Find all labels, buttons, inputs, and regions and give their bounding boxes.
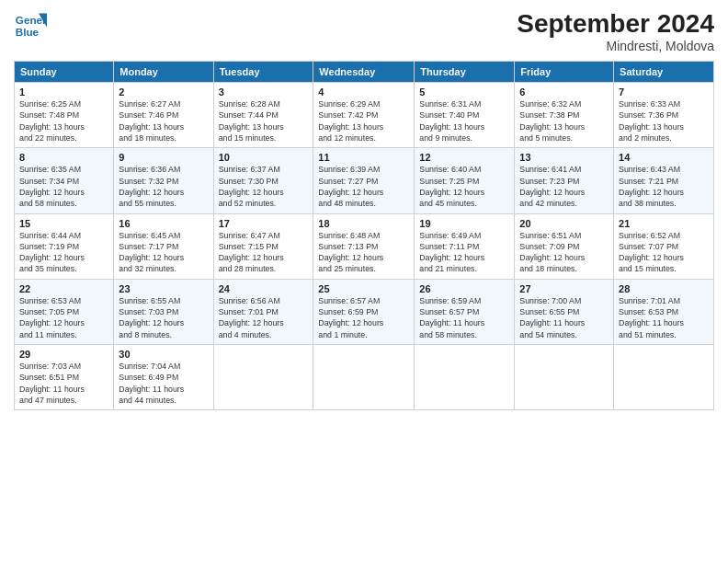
table-row: 29Sunrise: 7:03 AM Sunset: 6:51 PM Dayli…	[15, 345, 114, 410]
table-row: 8Sunrise: 6:35 AM Sunset: 7:34 PM Daylig…	[15, 148, 114, 213]
day-info: Sunrise: 6:49 AM Sunset: 7:11 PM Dayligh…	[419, 230, 509, 275]
header: General Blue September 2024 Mindresti, M…	[14, 9, 714, 53]
day-number: 23	[119, 283, 208, 294]
day-number: 29	[19, 349, 108, 360]
day-info: Sunrise: 6:48 AM Sunset: 7:13 PM Dayligh…	[318, 230, 409, 275]
table-row	[213, 345, 313, 410]
calendar-header-row: Sunday Monday Tuesday Wednesday Thursday…	[15, 62, 714, 83]
col-saturday: Saturday	[614, 62, 714, 83]
day-info: Sunrise: 6:25 AM Sunset: 7:48 PM Dayligh…	[19, 98, 108, 144]
calendar-table: Sunday Monday Tuesday Wednesday Thursday…	[14, 61, 714, 410]
table-row: 10Sunrise: 6:37 AM Sunset: 7:30 PM Dayli…	[213, 148, 313, 213]
day-info: Sunrise: 6:27 AM Sunset: 7:46 PM Dayligh…	[119, 98, 208, 144]
day-number: 19	[419, 218, 509, 229]
table-row	[515, 345, 614, 410]
day-number: 20	[519, 218, 609, 229]
day-info: Sunrise: 6:31 AM Sunset: 7:40 PM Dayligh…	[419, 98, 509, 144]
day-info: Sunrise: 6:29 AM Sunset: 7:42 PM Dayligh…	[318, 98, 409, 144]
calendar-week-5: 29Sunrise: 7:03 AM Sunset: 6:51 PM Dayli…	[15, 345, 714, 410]
day-number: 6	[519, 86, 609, 98]
table-row: 27Sunrise: 7:00 AM Sunset: 6:55 PM Dayli…	[515, 279, 614, 344]
page-title: September 2024	[517, 9, 714, 39]
day-info: Sunrise: 6:28 AM Sunset: 7:44 PM Dayligh…	[219, 98, 309, 144]
day-number: 22	[19, 283, 108, 294]
main-container: General Blue September 2024 Mindresti, M…	[0, 0, 728, 419]
title-block: September 2024 Mindresti, Moldova	[517, 9, 714, 53]
svg-text:Blue: Blue	[16, 26, 40, 38]
col-tuesday: Tuesday	[213, 62, 313, 83]
day-number: 27	[519, 283, 609, 294]
day-number: 3	[219, 86, 309, 98]
day-number: 4	[318, 86, 409, 98]
table-row: 25Sunrise: 6:57 AM Sunset: 6:59 PM Dayli…	[313, 279, 415, 344]
table-row: 6Sunrise: 6:32 AM Sunset: 7:38 PM Daylig…	[515, 83, 614, 148]
day-info: Sunrise: 6:33 AM Sunset: 7:36 PM Dayligh…	[619, 98, 709, 144]
day-number: 15	[19, 218, 108, 229]
table-row: 9Sunrise: 6:36 AM Sunset: 7:32 PM Daylig…	[114, 148, 213, 213]
table-row: 7Sunrise: 6:33 AM Sunset: 7:36 PM Daylig…	[614, 83, 714, 148]
day-number: 5	[419, 86, 509, 98]
day-number: 1	[19, 86, 108, 98]
day-info: Sunrise: 6:32 AM Sunset: 7:38 PM Dayligh…	[519, 98, 609, 144]
table-row: 26Sunrise: 6:59 AM Sunset: 6:57 PM Dayli…	[415, 279, 515, 344]
day-info: Sunrise: 6:39 AM Sunset: 7:27 PM Dayligh…	[318, 164, 409, 209]
day-info: Sunrise: 7:03 AM Sunset: 6:51 PM Dayligh…	[19, 361, 108, 406]
table-row: 3Sunrise: 6:28 AM Sunset: 7:44 PM Daylig…	[213, 83, 313, 148]
day-number: 10	[219, 152, 309, 163]
page-subtitle: Mindresti, Moldova	[517, 39, 714, 53]
day-number: 12	[419, 152, 509, 163]
table-row: 23Sunrise: 6:55 AM Sunset: 7:03 PM Dayli…	[114, 279, 213, 344]
day-number: 25	[318, 283, 409, 294]
day-number: 30	[119, 349, 208, 360]
day-info: Sunrise: 6:41 AM Sunset: 7:23 PM Dayligh…	[519, 164, 609, 209]
table-row: 21Sunrise: 6:52 AM Sunset: 7:07 PM Dayli…	[614, 213, 714, 279]
day-number: 7	[619, 86, 709, 98]
day-number: 24	[219, 283, 309, 294]
table-row: 17Sunrise: 6:47 AM Sunset: 7:15 PM Dayli…	[213, 213, 313, 279]
table-row: 5Sunrise: 6:31 AM Sunset: 7:40 PM Daylig…	[415, 83, 515, 148]
col-monday: Monday	[114, 62, 213, 83]
logo: General Blue	[14, 9, 47, 42]
day-number: 2	[119, 86, 208, 98]
day-info: Sunrise: 6:59 AM Sunset: 6:57 PM Dayligh…	[419, 295, 509, 340]
day-number: 8	[19, 152, 108, 163]
day-info: Sunrise: 6:36 AM Sunset: 7:32 PM Dayligh…	[119, 164, 208, 209]
table-row: 14Sunrise: 6:43 AM Sunset: 7:21 PM Dayli…	[614, 148, 714, 213]
table-row	[614, 345, 714, 410]
table-row: 28Sunrise: 7:01 AM Sunset: 6:53 PM Dayli…	[614, 279, 714, 344]
calendar-week-3: 15Sunrise: 6:44 AM Sunset: 7:19 PM Dayli…	[15, 213, 714, 279]
day-info: Sunrise: 7:04 AM Sunset: 6:49 PM Dayligh…	[119, 361, 208, 406]
table-row: 24Sunrise: 6:56 AM Sunset: 7:01 PM Dayli…	[213, 279, 313, 344]
day-number: 18	[318, 218, 409, 229]
calendar-week-4: 22Sunrise: 6:53 AM Sunset: 7:05 PM Dayli…	[15, 279, 714, 344]
day-info: Sunrise: 6:44 AM Sunset: 7:19 PM Dayligh…	[19, 230, 108, 275]
day-info: Sunrise: 6:47 AM Sunset: 7:15 PM Dayligh…	[219, 230, 309, 275]
table-row: 4Sunrise: 6:29 AM Sunset: 7:42 PM Daylig…	[313, 83, 415, 148]
day-number: 14	[619, 152, 709, 163]
table-row: 12Sunrise: 6:40 AM Sunset: 7:25 PM Dayli…	[415, 148, 515, 213]
table-row: 19Sunrise: 6:49 AM Sunset: 7:11 PM Dayli…	[415, 213, 515, 279]
day-info: Sunrise: 6:45 AM Sunset: 7:17 PM Dayligh…	[119, 230, 208, 275]
day-number: 26	[419, 283, 509, 294]
calendar-week-1: 1Sunrise: 6:25 AM Sunset: 7:48 PM Daylig…	[15, 83, 714, 148]
logo-icon: General Blue	[14, 9, 47, 42]
day-info: Sunrise: 6:55 AM Sunset: 7:03 PM Dayligh…	[119, 295, 208, 340]
day-info: Sunrise: 6:35 AM Sunset: 7:34 PM Dayligh…	[19, 164, 108, 209]
day-info: Sunrise: 6:43 AM Sunset: 7:21 PM Dayligh…	[619, 164, 709, 209]
day-info: Sunrise: 6:52 AM Sunset: 7:07 PM Dayligh…	[619, 230, 709, 275]
day-number: 11	[318, 152, 409, 163]
col-sunday: Sunday	[15, 62, 114, 83]
table-row	[415, 345, 515, 410]
day-number: 28	[619, 283, 709, 294]
col-thursday: Thursday	[415, 62, 515, 83]
day-info: Sunrise: 6:56 AM Sunset: 7:01 PM Dayligh…	[219, 295, 309, 340]
table-row: 1Sunrise: 6:25 AM Sunset: 7:48 PM Daylig…	[15, 83, 114, 148]
day-info: Sunrise: 6:53 AM Sunset: 7:05 PM Dayligh…	[19, 295, 108, 340]
day-info: Sunrise: 6:37 AM Sunset: 7:30 PM Dayligh…	[219, 164, 309, 209]
table-row: 18Sunrise: 6:48 AM Sunset: 7:13 PM Dayli…	[313, 213, 415, 279]
day-number: 16	[119, 218, 208, 229]
day-number: 9	[119, 152, 208, 163]
table-row: 15Sunrise: 6:44 AM Sunset: 7:19 PM Dayli…	[15, 213, 114, 279]
col-wednesday: Wednesday	[313, 62, 415, 83]
day-info: Sunrise: 7:00 AM Sunset: 6:55 PM Dayligh…	[519, 295, 609, 340]
